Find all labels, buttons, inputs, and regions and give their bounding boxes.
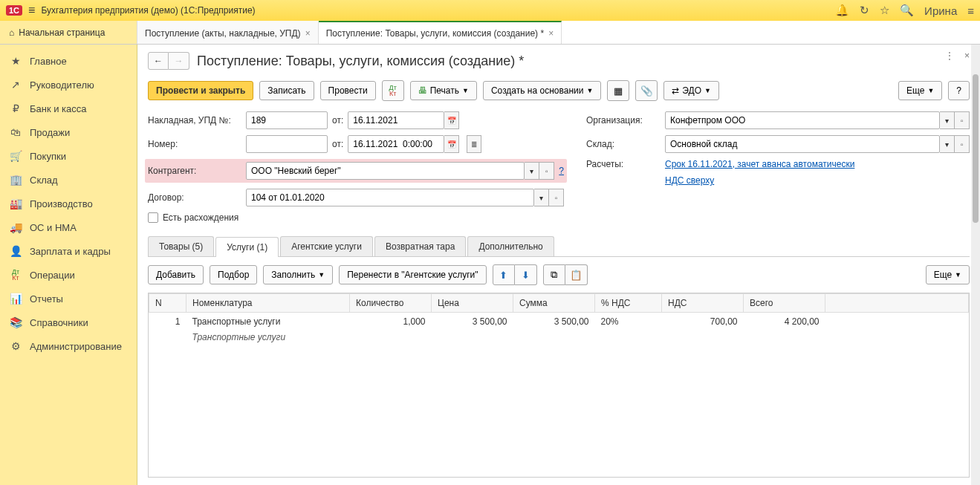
cell-nomenclature-sub[interactable]: Транспортные услуги: [186, 331, 350, 346]
col-total[interactable]: Всего: [744, 294, 825, 313]
tab-extra[interactable]: Дополнительно: [467, 236, 554, 256]
help-button[interactable]: ?: [948, 81, 970, 100]
more-icon[interactable]: ⋮: [945, 51, 954, 61]
settings-icon[interactable]: ≡: [967, 4, 974, 17]
paste-button[interactable]: 📋: [565, 264, 588, 285]
cell-nomenclature[interactable]: Транспортные услуги: [186, 313, 350, 331]
table-more-button[interactable]: Еще ▼: [926, 265, 970, 284]
col-vat-pct[interactable]: % НДС: [595, 294, 662, 313]
col-price[interactable]: Цена: [432, 294, 513, 313]
close-icon[interactable]: ×: [964, 51, 970, 61]
sidebar-item-main[interactable]: ★Главное: [0, 49, 137, 73]
post-and-close-button[interactable]: Провести и закрыть: [148, 81, 253, 100]
move-to-agent-button[interactable]: Перенести в "Агентские услуги": [339, 265, 486, 284]
cell-n[interactable]: 1: [149, 313, 186, 331]
structure-button[interactable]: ▦: [607, 80, 629, 101]
doc-number-input[interactable]: [246, 135, 328, 153]
attach-button[interactable]: 📎: [635, 80, 658, 101]
copy-button[interactable]: ⧉: [543, 264, 565, 285]
scrollbar[interactable]: [971, 45, 980, 485]
table-row-sub[interactable]: Транспортные услуги: [149, 331, 969, 346]
doc-date-input[interactable]: [348, 135, 444, 153]
calendar-icon[interactable]: 📅: [444, 111, 459, 129]
sidebar-item-bank[interactable]: ₽Банк и касса: [0, 97, 137, 120]
tab-goods[interactable]: Товары (5): [148, 236, 214, 256]
star-icon[interactable]: ☆: [880, 4, 889, 17]
close-icon[interactable]: ×: [305, 28, 311, 39]
col-vat[interactable]: НДС: [662, 294, 744, 313]
col-qty[interactable]: Количество: [350, 294, 432, 313]
vat-mode-link[interactable]: НДС сверху: [665, 175, 714, 186]
tab-services[interactable]: Услуги (1): [215, 237, 279, 257]
history-icon[interactable]: ↻: [860, 4, 869, 17]
warehouse-input[interactable]: [665, 135, 940, 153]
dropdown-icon[interactable]: ▾: [940, 111, 955, 129]
tab-receipts-list[interactable]: Поступление (акты, накладные, УПД) ×: [137, 21, 319, 44]
calendar-icon[interactable]: 📅: [444, 135, 459, 153]
cell-total[interactable]: 4 200,00: [744, 313, 825, 331]
contractor-help-link[interactable]: ?: [559, 166, 564, 176]
sidebar-item-reports[interactable]: 📊Отчеты: [0, 287, 137, 310]
invoice-date-input[interactable]: [348, 111, 444, 129]
col-nomenclature[interactable]: Номенклатура: [186, 294, 350, 313]
cell-qty[interactable]: 1,000: [350, 313, 432, 331]
dtkt-button[interactable]: ДтКт: [382, 80, 404, 101]
col-n[interactable]: N: [149, 294, 186, 313]
move-up-button[interactable]: ⬆: [493, 264, 515, 285]
bell-icon[interactable]: 🔔: [835, 4, 849, 17]
search-icon[interactable]: 🔍: [900, 4, 914, 17]
sidebar-item-assets[interactable]: 🚚ОС и НМА: [0, 215, 137, 239]
sidebar-item-manager[interactable]: ↗Руководителю: [0, 73, 137, 97]
create-based-on-button[interactable]: Создать на основании ▼: [483, 81, 601, 100]
dropdown-icon[interactable]: ▾: [940, 135, 955, 153]
services-table[interactable]: N Номенклатура Количество Цена Сумма % Н…: [148, 293, 970, 478]
add-button[interactable]: Добавить: [148, 265, 204, 284]
edo-button[interactable]: ⇄ ЭДО ▼: [663, 81, 719, 100]
col-sum[interactable]: Сумма: [513, 294, 595, 313]
print-button[interactable]: 🖶 Печать ▼: [410, 81, 477, 100]
more-button[interactable]: Еще ▼: [898, 81, 942, 100]
close-icon[interactable]: ×: [548, 28, 554, 39]
gear-icon: ⚙: [9, 340, 22, 352]
settlements-link[interactable]: Срок 16.11.2021, зачет аванса автоматиче…: [665, 159, 854, 169]
cell-price[interactable]: 3 500,00: [432, 313, 513, 331]
fill-button[interactable]: Заполнить ▼: [263, 265, 333, 284]
sidebar-item-sales[interactable]: 🛍Продажи: [0, 120, 137, 144]
dropdown-icon[interactable]: ▾: [534, 189, 549, 206]
list-icon[interactable]: ≣: [467, 135, 481, 153]
sidebar-item-purchases[interactable]: 🛒Покупки: [0, 144, 137, 168]
sidebar-item-references[interactable]: 📚Справочники: [0, 310, 137, 334]
tab-returnable[interactable]: Возвратная тара: [374, 236, 467, 256]
pick-button[interactable]: Подбор: [210, 265, 257, 284]
sidebar-item-operations[interactable]: ДтКтОперации: [0, 263, 137, 287]
table-row[interactable]: 1 Транспортные услуги 1,000 3 500,00 3 5…: [149, 313, 969, 331]
tab-home[interactable]: ⌂ Начальная страница: [0, 21, 137, 44]
sidebar-item-admin[interactable]: ⚙Администрирование: [0, 334, 137, 358]
save-button[interactable]: Записать: [259, 81, 314, 100]
user-name[interactable]: Ирина: [924, 4, 957, 17]
open-icon[interactable]: ▫: [955, 135, 970, 153]
sidebar-item-salary[interactable]: 👤Зарплата и кадры: [0, 239, 137, 263]
cell-sum[interactable]: 3 500,00: [513, 313, 595, 331]
invoice-number-input[interactable]: [246, 111, 328, 129]
back-button[interactable]: ←: [148, 52, 169, 70]
forward-button[interactable]: →: [169, 52, 189, 70]
dropdown-icon[interactable]: ▾: [525, 162, 539, 180]
contractor-input[interactable]: [246, 162, 525, 180]
tab-receipt-create[interactable]: Поступление: Товары, услуги, комиссия (с…: [319, 21, 562, 44]
cell-vat-pct[interactable]: 20%: [595, 313, 662, 331]
open-icon[interactable]: ▫: [549, 189, 564, 206]
scrollbar-thumb[interactable]: [973, 74, 979, 223]
cell-vat[interactable]: 700,00: [662, 313, 744, 331]
tab-agent[interactable]: Агентские услуги: [280, 236, 373, 256]
post-button[interactable]: Провести: [320, 81, 376, 100]
discrepancy-checkbox[interactable]: [148, 212, 158, 223]
contract-input[interactable]: [246, 189, 534, 206]
move-down-button[interactable]: ⬇: [515, 264, 537, 285]
org-input[interactable]: [665, 111, 940, 129]
open-icon[interactable]: ▫: [955, 111, 970, 129]
menu-icon[interactable]: ≡: [28, 4, 35, 17]
sidebar-item-warehouse[interactable]: 🏢Склад: [0, 168, 137, 192]
sidebar-item-production[interactable]: 🏭Производство: [0, 192, 137, 215]
open-icon[interactable]: ▫: [539, 162, 554, 180]
